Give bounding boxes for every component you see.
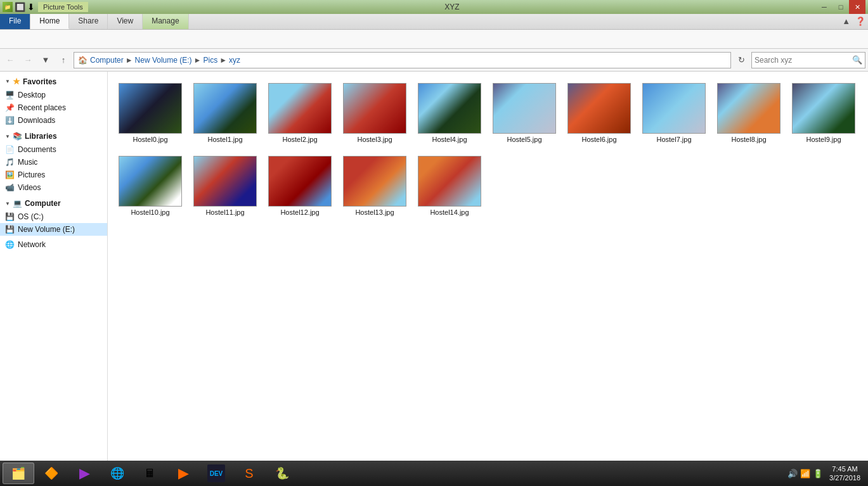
file-thumb-4: [418, 83, 481, 134]
file-item-12[interactable]: Hostel12.jpg: [265, 152, 335, 220]
favorites-header[interactable]: ▼ ★ Favorites: [0, 74, 107, 89]
tab-file[interactable]: File: [0, 14, 30, 29]
favorites-section: ▼ ★ Favorites 🖥️ Desktop 📌 Recent places…: [0, 74, 107, 127]
file-name-10: Hostel10.jpg: [131, 208, 169, 216]
file-thumb-5: [493, 83, 556, 134]
path-volume[interactable]: New Volume (E:): [135, 56, 192, 65]
sidebar-item-volume-e[interactable]: 💾 New Volume (E:): [0, 223, 107, 236]
content-area: Hostel0.jpgHostel1.jpgHostel2.jpgHostel3…: [108, 72, 868, 473]
battery-icon[interactable]: 🔋: [813, 469, 823, 478]
file-item-10[interactable]: Hostel10.jpg: [115, 152, 185, 220]
file-item-5[interactable]: Hostel5.jpg: [489, 79, 559, 147]
taskbar-item-app2[interactable]: 🔶: [36, 463, 67, 484]
libraries-header[interactable]: ▼ 📚 Libraries: [0, 129, 107, 143]
path-xyz[interactable]: xyz: [229, 56, 240, 65]
tab-manage[interactable]: Manage: [143, 14, 188, 29]
file-item-11[interactable]: Hostel11.jpg: [190, 152, 260, 220]
taskbar-item-python[interactable]: 🐍: [266, 463, 298, 484]
system-icons: 🔊 📶 🔋: [787, 469, 823, 478]
sidebar-item-desktop[interactable]: 🖥️ Desktop: [0, 89, 107, 101]
sidebar-item-documents[interactable]: 📄 Documents: [0, 143, 107, 156]
network-sys-icon[interactable]: 📶: [800, 469, 810, 478]
volume-e-icon: 💾: [5, 225, 15, 234]
dropdown-button[interactable]: ▼: [38, 53, 53, 68]
ribbon-collapse-btn[interactable]: ▲: [839, 14, 853, 29]
sidebar-item-downloads[interactable]: ⬇️ Downloads: [0, 114, 107, 127]
quick-access-1[interactable]: 🔲: [15, 3, 24, 11]
title-bar-left: 📁 🔲 ⬇ Picture Tools: [3, 2, 88, 12]
up-button[interactable]: ↑: [56, 53, 71, 68]
taskbar-item-sublime[interactable]: S: [233, 463, 265, 484]
tab-view[interactable]: View: [108, 14, 143, 29]
file-item-0[interactable]: Hostel0.jpg: [115, 79, 185, 147]
quick-access-2[interactable]: ⬇: [27, 3, 36, 11]
file-item-14[interactable]: Hostel14.jpg: [415, 152, 484, 220]
app2-icon: 🔶: [42, 464, 60, 482]
refresh-button[interactable]: ↻: [734, 53, 749, 68]
file-item-1[interactable]: Hostel1.jpg: [190, 79, 260, 147]
libraries-icon: 📚: [13, 132, 22, 141]
address-path[interactable]: 🏠 Computer ► New Volume (E:) ► Pics ► xy…: [74, 52, 731, 68]
file-thumb-3: [343, 83, 406, 134]
file-thumb-2: [268, 83, 332, 134]
taskbar-item-explorer[interactable]: 🗂️: [3, 463, 34, 484]
file-thumb-7: [642, 83, 706, 134]
documents-label: Documents: [18, 145, 56, 154]
file-item-3[interactable]: Hostel3.jpg: [340, 79, 410, 147]
file-item-9[interactable]: Hostel9.jpg: [789, 79, 858, 147]
taskbar-clock[interactable]: 7:45 AM 3/27/2018: [824, 464, 865, 483]
taskbar-item-calc[interactable]: 🖩: [134, 463, 166, 484]
maximize-button[interactable]: □: [832, 0, 849, 14]
python-icon: 🐍: [273, 464, 291, 482]
sidebar-item-osc[interactable]: 💾 OS (C:): [0, 210, 107, 223]
path-computer[interactable]: Computer: [90, 56, 124, 65]
desktop-label: Desktop: [18, 91, 46, 99]
file-name-8: Hostel8.jpg: [731, 136, 766, 143]
dev-icon: DEV: [207, 464, 225, 482]
sidebar-item-videos[interactable]: 📹 Videos: [0, 181, 107, 194]
file-name-3: Hostel3.jpg: [357, 136, 392, 143]
network-label: Network: [18, 240, 46, 249]
sidebar-item-music[interactable]: 🎵 Music: [0, 156, 107, 169]
path-pics[interactable]: Pics: [204, 56, 218, 65]
clock-time: 7:45 AM: [832, 464, 857, 473]
file-thumb-10: [119, 156, 182, 207]
file-item-4[interactable]: Hostel4.jpg: [415, 79, 484, 147]
taskbar-item-player[interactable]: ▶: [167, 463, 199, 484]
minimize-button[interactable]: ─: [816, 0, 832, 14]
network-section: 🌐 Network: [0, 238, 107, 251]
computer-arrow: ▼: [5, 201, 10, 207]
taskbar-item-dev[interactable]: DEV: [200, 463, 232, 484]
sidebar-item-network[interactable]: 🌐 Network: [0, 238, 107, 251]
clock-date: 3/27/2018: [829, 473, 860, 482]
volume-icon[interactable]: 🔊: [787, 469, 798, 478]
file-name-13: Hostel13.jpg: [355, 208, 394, 216]
file-name-0: Hostel0.jpg: [133, 136, 167, 143]
sidebar-item-pictures[interactable]: 🖼️ Pictures: [0, 169, 107, 181]
taskbar: 🗂️ 🔶 ▶ 🌐 🖩 ▶ DEV S 🐍 🔊 📶 🔋 7:45 AM 3/27/…: [0, 461, 868, 486]
sublime-icon: S: [240, 464, 258, 482]
file-item-7[interactable]: Hostel7.jpg: [639, 79, 709, 147]
close-button[interactable]: ✕: [849, 0, 865, 14]
recent-label: Recent places: [18, 103, 66, 112]
favorites-label: Favorites: [23, 77, 56, 86]
file-item-2[interactable]: Hostel2.jpg: [265, 79, 335, 147]
help-btn[interactable]: ❓: [853, 14, 868, 29]
back-button[interactable]: ←: [3, 53, 18, 68]
taskbar-item-chrome[interactable]: 🌐: [101, 463, 133, 484]
search-box[interactable]: 🔍: [751, 52, 865, 68]
file-item-8[interactable]: Hostel8.jpg: [714, 79, 784, 147]
taskbar-item-media[interactable]: ▶: [68, 463, 100, 484]
file-item-6[interactable]: Hostel6.jpg: [564, 79, 634, 147]
tab-home[interactable]: Home: [30, 14, 69, 29]
sidebar-item-recent[interactable]: 📌 Recent places: [0, 101, 107, 114]
computer-header[interactable]: ▼ 💻 Computer: [0, 196, 107, 210]
forward-button[interactable]: →: [20, 53, 36, 68]
music-icon: 🎵: [5, 158, 15, 167]
file-item-13[interactable]: Hostel13.jpg: [340, 152, 410, 220]
tab-share[interactable]: Share: [69, 14, 108, 29]
videos-label: Videos: [18, 183, 41, 192]
explorer-icon: 🗂️: [10, 464, 27, 482]
path-home-icon: 🏠: [78, 56, 87, 65]
search-input[interactable]: [755, 56, 852, 65]
